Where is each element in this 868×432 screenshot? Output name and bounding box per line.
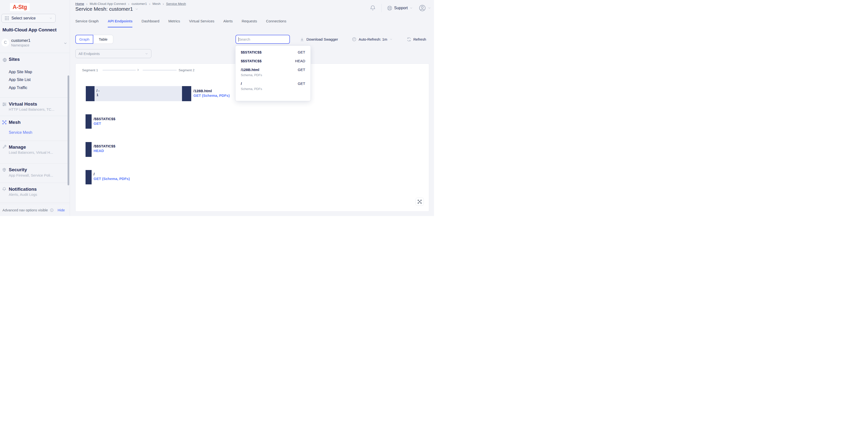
fit-graph-button[interactable] (415, 198, 424, 206)
sidebar-item-app-traffic[interactable]: App Traffic (9, 86, 27, 90)
segment-connector-line (143, 70, 177, 70)
search-input[interactable]: Search (236, 35, 290, 44)
refresh-icon (407, 37, 411, 41)
chevron-down-icon (390, 38, 393, 41)
notifications-bell-icon[interactable] (370, 5, 376, 11)
wrench-icon (2, 145, 6, 149)
grid-icon (5, 16, 9, 21)
sidebar-section-mesh[interactable]: Mesh (9, 120, 21, 125)
sidebar-item-app-site-map[interactable]: App Site Map (9, 70, 32, 74)
result-method: HEAD (295, 59, 305, 63)
tab-service-graph[interactable]: Service Graph (75, 19, 99, 28)
user-avatar-icon (419, 4, 426, 12)
endpoint-method-link[interactable]: GET (94, 121, 115, 126)
tab-virtual-services[interactable]: Virtual Services (189, 19, 214, 28)
namespace-name: customer1 (11, 38, 30, 43)
endpoint-method-link[interactable]: GET (Schema, PDFs) (193, 93, 230, 98)
sidebar-section-manage[interactable]: Manage (9, 144, 26, 150)
breadcrumb: Home › Multi-Cloud App Connect › custome… (75, 2, 186, 6)
sidebar-section-notifications[interactable]: Notifications (9, 186, 37, 192)
support-label: Support (394, 6, 408, 10)
namespace-selector[interactable]: C customer1 Namespace (0, 36, 70, 53)
result-path: $$STATIC$$ (241, 50, 261, 54)
search-result-item[interactable]: / GET Schema, PDFs (236, 80, 311, 92)
endpoint-path: / (94, 172, 130, 176)
result-method: GET (298, 50, 305, 54)
search-result-item[interactable]: $$STATIC$$ HEAD (236, 57, 311, 64)
mesh-icon (2, 120, 7, 125)
download-swagger-label: Download Swagger (306, 37, 338, 41)
segment-1-label: Segment 1 (82, 68, 98, 72)
result-method: GET (298, 82, 305, 86)
view-toggle: Graph Table (75, 35, 113, 44)
tab-metrics[interactable]: Metrics (168, 19, 180, 28)
edge-label: / -1 (96, 89, 99, 97)
breadcrumb-home[interactable]: Home (75, 2, 84, 6)
endpoint-method-link[interactable]: HEAD (94, 148, 115, 153)
sidebar-title: Multi-Cloud App Connect (2, 27, 57, 33)
graph-node[interactable] (86, 142, 92, 157)
sidebar-section-security[interactable]: Security (9, 167, 27, 172)
breadcrumb-multi-cloud-app-connect[interactable]: Multi-Cloud App Connect (90, 2, 126, 6)
tab-api-endpoints[interactable]: API Endpoints (107, 19, 133, 28)
refresh-button[interactable]: Refresh (407, 35, 426, 44)
segment-connector-line (102, 70, 136, 70)
table-view-button[interactable]: Table (93, 35, 113, 44)
breadcrumb-customer1[interactable]: customer1 (131, 2, 147, 6)
support-menu[interactable]: Support (387, 5, 413, 11)
search-result-item[interactable]: /128B.html GET Schema, PDFs (236, 66, 311, 78)
breadcrumb-service-mesh[interactable]: Service Mesh (166, 2, 186, 6)
shield-icon (2, 168, 6, 172)
auto-refresh-dropdown[interactable]: Auto-Refresh: 1m (352, 35, 393, 44)
sidebar-section-sites[interactable]: Sites (9, 57, 20, 62)
search-placeholder: Search (239, 37, 250, 41)
sidebar-item-app-site-list[interactable]: App Site List (9, 78, 31, 82)
graph-node[interactable] (86, 114, 92, 129)
fit-graph-icon (417, 199, 422, 204)
endpoint-filter-select[interactable]: All Endpoints (75, 49, 151, 58)
result-path: /128B.html (241, 68, 259, 72)
auto-refresh-label: Auto-Refresh: 1m (359, 37, 388, 41)
sidebar-section-notifications-subtitle: Alerts, Audit Logs (9, 193, 37, 197)
divider (0, 202, 70, 203)
logo-text: A-Stg (13, 4, 27, 10)
download-icon (300, 37, 304, 41)
graph-edge[interactable] (95, 86, 182, 101)
hide-advanced-nav-link[interactable]: Hide (58, 208, 65, 212)
clock-icon (352, 37, 356, 41)
account-menu[interactable] (419, 4, 431, 12)
endpoint-label: /$$STATIC$$ GET (94, 116, 115, 126)
sidebar-section-manage-subtitle: Load Balancers, Virtual H... (9, 150, 53, 154)
graph-view-button[interactable]: Graph (75, 35, 93, 44)
sidebar-item-service-mesh[interactable]: Service Mesh (9, 131, 32, 135)
chevron-down-icon (49, 17, 53, 20)
endpoint-method-link[interactable]: GET (Schema, PDFs) (94, 176, 130, 181)
page-title: Service Mesh: customer1 (75, 6, 133, 12)
breadcrumb-separator: › (162, 2, 164, 6)
refresh-label: Refresh (413, 37, 426, 41)
graph-node[interactable] (182, 86, 191, 101)
tab-connections[interactable]: Connections (266, 19, 286, 28)
sidebar-scrollbar[interactable] (67, 76, 69, 185)
result-path: / (241, 82, 242, 86)
chevron-down-icon (428, 6, 431, 10)
breadcrumb-mesh[interactable]: Mesh (152, 2, 160, 6)
tab-dashboard[interactable]: Dashboard (142, 19, 159, 28)
result-subtitle: Schema, PDFs (241, 73, 305, 77)
select-service-label: Select service (11, 16, 46, 21)
segment-chevron-icon: › (137, 67, 139, 72)
graph-node[interactable] (86, 86, 95, 101)
graph-node[interactable] (86, 170, 92, 184)
chevron-down-icon[interactable] (135, 7, 138, 11)
endpoint-filter-value: All Endpoints (79, 52, 145, 56)
tab-alerts[interactable]: Alerts (223, 19, 232, 28)
download-swagger-button[interactable]: Download Swagger (300, 35, 338, 44)
tab-requests[interactable]: Requests (242, 19, 257, 28)
select-service-dropdown[interactable]: Select service (1, 14, 56, 23)
topbar-right: Support (370, 4, 431, 12)
logo[interactable]: A-Stg (10, 3, 30, 11)
result-path: $$STATIC$$ (241, 59, 261, 63)
sidebar-section-virtual-hosts[interactable]: Virtual Hosts (9, 102, 37, 107)
endpoint-label: / GET (Schema, PDFs) (94, 172, 130, 181)
search-result-item[interactable]: $$STATIC$$ GET (236, 49, 311, 56)
